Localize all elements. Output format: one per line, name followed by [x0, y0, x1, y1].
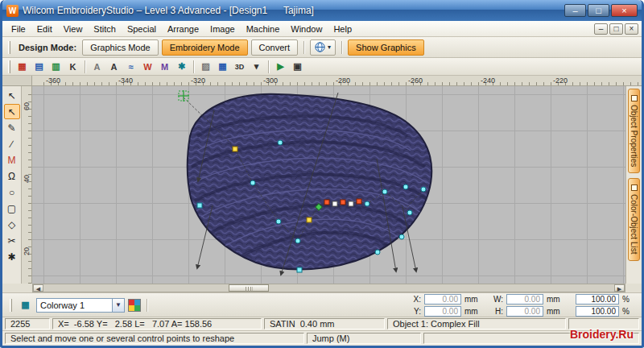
satin-stitch-icon[interactable]: M: [157, 60, 172, 74]
pencil-tool[interactable]: ✎: [4, 120, 20, 135]
menu-bar: File Edit View Stitch Special Arrange Im…: [2, 21, 642, 37]
run-stitch-icon[interactable]: ≈: [123, 60, 138, 74]
convert-button[interactable]: Convert: [251, 39, 299, 56]
x-field[interactable]: 0.00: [424, 294, 461, 304]
colorway-select[interactable]: Colorway 1 ▼: [36, 298, 125, 313]
embroidery-mode-button[interactable]: Embroidery Mode: [162, 39, 248, 56]
app-logo-icon: W: [6, 5, 19, 17]
mdi-close-button[interactable]: ×: [625, 23, 638, 35]
color-list-icon: [631, 184, 638, 191]
y-field[interactable]: 0.00: [424, 306, 461, 317]
ribbon-tool[interactable]: Ω: [4, 168, 20, 184]
mdi-restore-button[interactable]: □: [609, 23, 623, 35]
ruler-label: -240: [481, 77, 495, 85]
toolbar-grip[interactable]: [10, 299, 12, 312]
properties-icon: [631, 95, 638, 102]
lettering-tool[interactable]: M: [4, 152, 20, 168]
edit-colorways-button[interactable]: [128, 299, 141, 312]
scale-h-field[interactable]: 100.00: [576, 306, 619, 317]
toolbar-grip[interactable]: [8, 60, 10, 73]
design-mode-label: Design Mode:: [16, 43, 79, 52]
menu-machine[interactable]: Machine: [241, 22, 286, 36]
scrollbar-row: ◀ ▶: [2, 284, 642, 293]
swatches-icon[interactable]: ▥: [48, 60, 64, 74]
ruler-row: -360 -340 -320 -300 -280 -260 -240 -220: [2, 76, 642, 86]
zigzag-stitch-icon[interactable]: W: [140, 60, 155, 74]
lettering-outline-icon[interactable]: A: [89, 60, 105, 74]
toolbar-separator: [147, 299, 147, 312]
embroidery-object[interactable]: [188, 94, 432, 270]
show-graphics-button[interactable]: Show Graphics: [348, 39, 424, 56]
scroll-right-icon[interactable]: ▶: [614, 284, 625, 292]
stitch-info: SATIN 0.40 mm: [264, 318, 385, 329]
zoom-box-icon[interactable]: ▣: [290, 60, 305, 74]
ellipse-tool[interactable]: ○: [4, 184, 20, 200]
w-field[interactable]: 0.00: [506, 294, 543, 304]
3d-effect-icon[interactable]: 3D: [232, 60, 247, 74]
dropdown-arrow-icon[interactable]: ▾: [249, 60, 264, 74]
menu-edit[interactable]: Edit: [31, 22, 58, 36]
icon-toolbar: ▦ ▤ ▥ K A A ≈ W M ✱ ▨ ▦ 3D ▾ ▶ ▣: [2, 58, 642, 76]
entry-anchor[interactable]: [178, 90, 189, 102]
window-close-button[interactable]: ×: [611, 4, 638, 17]
measure-tool[interactable]: ✱: [4, 249, 20, 264]
rectangle-tool[interactable]: ▢: [4, 201, 20, 216]
ruler-label: -280: [336, 77, 350, 85]
window-maximize-button[interactable]: □: [588, 4, 609, 17]
horizontal-scrollbar[interactable]: ◀ ▶: [32, 284, 625, 292]
h-field[interactable]: 0.00: [506, 306, 543, 317]
ruler-label: -320: [191, 77, 205, 85]
menu-stitch[interactable]: Stitch: [88, 22, 122, 36]
y-label: Y:: [411, 307, 421, 316]
ruler-label: 40: [23, 172, 31, 185]
ruler-label: -360: [46, 77, 60, 85]
thread-palette-icon[interactable]: ▦: [18, 298, 33, 313]
title-bar: W Wilcom EmbroideryStudio – Level 3 Adva…: [2, 0, 642, 21]
scissors-tool[interactable]: ✂: [4, 233, 20, 248]
tab-label: Object Properties: [630, 105, 638, 167]
window-minimize-button[interactable]: –: [564, 4, 586, 17]
docked-panel-tabs: Object Properties Color-Object List: [625, 86, 642, 284]
knife-tool[interactable]: ∕: [4, 136, 20, 151]
select-tool[interactable]: ↖: [4, 88, 20, 103]
mdi-minimize-button[interactable]: –: [594, 23, 608, 35]
stitch-count: 2255: [5, 318, 50, 329]
hoop-globe-button[interactable]: ▾: [310, 39, 336, 56]
menu-window[interactable]: Window: [285, 22, 328, 36]
stitch-player-icon[interactable]: ▶: [273, 60, 288, 74]
menu-view[interactable]: View: [58, 22, 89, 36]
toolbar-grip[interactable]: [8, 41, 10, 54]
mesh-icon[interactable]: ▨: [198, 60, 213, 74]
colorway-toolbar: ▦ Colorway 1 ▼ X: 0.00 mm W: 0.00 mm 100…: [2, 293, 642, 317]
motif-stitch-icon[interactable]: ✱: [174, 60, 189, 74]
menu-arrange[interactable]: Arrange: [162, 22, 204, 36]
reshape-tool[interactable]: ↖: [4, 104, 20, 119]
color-wheel-icon[interactable]: ▤: [31, 60, 47, 74]
x-label: X:: [411, 295, 421, 304]
tab-label: Color-Object List: [630, 194, 638, 254]
scale-h-percent: %: [622, 307, 637, 316]
lettering-solid-icon[interactable]: A: [106, 60, 122, 74]
scroll-left-icon[interactable]: ◀: [33, 284, 43, 292]
menu-file[interactable]: File: [6, 22, 31, 36]
colorway-value[interactable]: Colorway 1: [36, 298, 112, 313]
h-unit: mm: [547, 307, 561, 316]
kiosk-icon[interactable]: K: [65, 60, 80, 74]
hint-text: Select and move one or several control p…: [5, 333, 304, 344]
design-canvas[interactable]: [32, 86, 625, 284]
menu-help[interactable]: Help: [328, 22, 357, 36]
tab-color-object-list[interactable]: Color-Object List: [628, 178, 640, 260]
w-unit: mm: [547, 295, 561, 304]
menu-image[interactable]: Image: [204, 22, 241, 36]
tab-object-properties[interactable]: Object Properties: [628, 89, 640, 173]
graphics-mode-button[interactable]: Graphics Mode: [82, 39, 159, 56]
app-window: W Wilcom EmbroideryStudio – Level 3 Adva…: [0, 0, 644, 348]
chevron-down-icon[interactable]: ▼: [112, 298, 125, 313]
grid-toggle-icon[interactable]: ▦: [215, 60, 230, 74]
menu-special[interactable]: Special: [122, 22, 162, 36]
scale-w-field[interactable]: 100.00: [576, 294, 619, 304]
h-label: H:: [493, 307, 503, 316]
scrollbar-thumb[interactable]: [229, 284, 269, 292]
reshape-node-tool[interactable]: ◇: [4, 217, 20, 232]
thread-colors-icon[interactable]: ▦: [14, 60, 30, 74]
